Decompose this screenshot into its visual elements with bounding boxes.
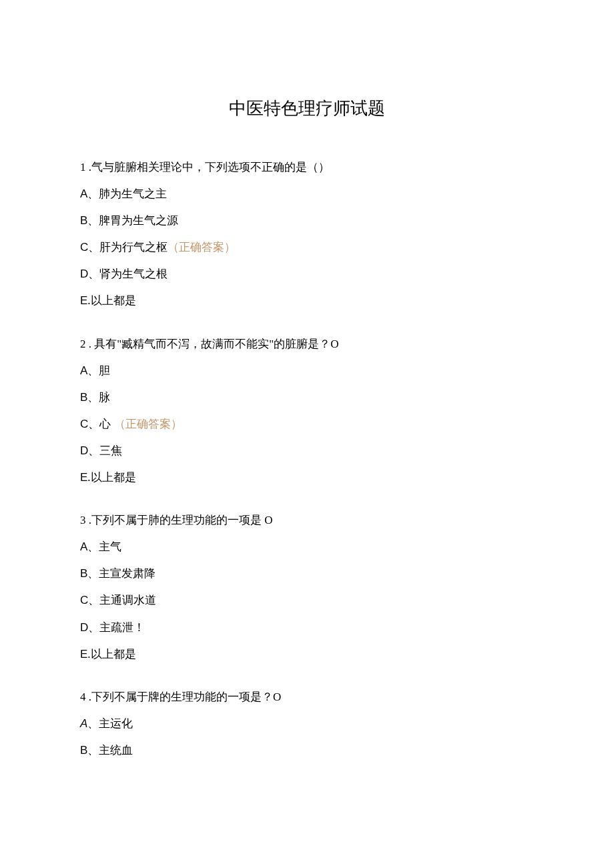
option-label: A <box>80 187 87 200</box>
option-text: .以上都是 <box>87 471 135 484</box>
option-line: A、主气 <box>80 540 534 554</box>
option-line: A、胆 <box>80 364 534 378</box>
option-line: A、肺为生气之主 <box>80 187 534 201</box>
option-label: B <box>80 391 87 404</box>
question-text: 4 .下列不属于牌的生理功能的一项是？O <box>80 690 534 705</box>
option-label: A <box>80 540 87 553</box>
option-text: 、主统血 <box>87 744 133 757</box>
option-label: C <box>80 418 88 430</box>
option-line: B、脾胃为生气之源 <box>80 213 534 228</box>
option-label: D <box>80 268 88 280</box>
option-text: 、心 <box>88 418 113 430</box>
correct-answer-marker: （正确答案） <box>168 241 236 254</box>
option-text: 、主通调水道 <box>88 594 156 606</box>
questions-container: 1 .气与脏腑相关理论中，下列选项不正确的是（）A、肺为生气之主B、脾胃为生气之… <box>80 160 534 758</box>
question-text: 2 . 具有"臧精气而不泻，故满而不能实"的脏腑是？O <box>80 337 534 352</box>
option-line: A、主运化 <box>80 717 534 731</box>
option-line: C、心 （正确答案） <box>80 417 534 432</box>
option-text: 、主疏泄！ <box>88 621 145 634</box>
question-block: 2 . 具有"臧精气而不泻，故满而不能实"的脏腑是？OA、胆B、脉C、心 （正确… <box>80 337 534 486</box>
option-label: B <box>80 744 87 757</box>
option-line: B、脉 <box>80 390 534 405</box>
option-label: E <box>80 648 87 661</box>
page-title: 中医特色理疗师试题 <box>80 97 534 120</box>
option-text: 、脾胃为生气之源 <box>87 214 178 227</box>
option-label: E <box>80 294 87 307</box>
option-text: 、脉 <box>87 391 110 404</box>
correct-answer-marker: （正确答案） <box>114 418 182 430</box>
option-text: 、主运化 <box>87 717 133 730</box>
option-label: D <box>80 621 88 634</box>
option-line: B、主统血 <box>80 743 534 758</box>
option-text: .以上都是 <box>87 648 135 661</box>
option-label: A <box>80 717 87 730</box>
option-label: E <box>80 471 87 484</box>
option-text: 、肾为生气之根 <box>88 268 168 280</box>
option-line: B、主宣发肃降 <box>80 566 534 581</box>
option-line: E.以上都是 <box>80 294 534 308</box>
question-text: 1 .气与脏腑相关理论中，下列选项不正确的是（） <box>80 160 534 175</box>
option-text: 、主宣发肃降 <box>87 567 156 580</box>
option-text: 、胆 <box>87 364 110 377</box>
option-line: D、三焦 <box>80 444 534 458</box>
option-line: E.以上都是 <box>80 470 534 485</box>
option-label: A <box>80 364 87 377</box>
option-line: C、肝为行气之枢（正确答案） <box>80 240 534 255</box>
option-line: D、主疏泄！ <box>80 620 534 635</box>
option-label: C <box>80 594 88 606</box>
option-text: 、肝为行气之枢 <box>88 241 168 254</box>
option-label: D <box>80 444 88 457</box>
option-label: B <box>80 567 87 580</box>
option-line: D、肾为生气之根 <box>80 267 534 282</box>
option-text: .以上都是 <box>87 294 135 307</box>
option-text: 、三焦 <box>88 444 122 457</box>
question-block: 4 .下列不属于牌的生理功能的一项是？OA、主运化B、主统血 <box>80 690 534 758</box>
option-line: E.以上都是 <box>80 647 534 662</box>
option-line: C、主通调水道 <box>80 593 534 608</box>
option-label: C <box>80 241 88 254</box>
option-text: 、肺为生气之主 <box>87 187 167 200</box>
question-block: 1 .气与脏腑相关理论中，下列选项不正确的是（）A、肺为生气之主B、脾胃为生气之… <box>80 160 534 309</box>
question-block: 3 .下列不属于肺的生理功能的一项是 OA、主气B、主宣发肃降C、主通调水道D、… <box>80 513 534 662</box>
option-text: 、主气 <box>87 540 121 553</box>
question-text: 3 .下列不属于肺的生理功能的一项是 O <box>80 513 534 528</box>
option-label: B <box>80 214 87 227</box>
